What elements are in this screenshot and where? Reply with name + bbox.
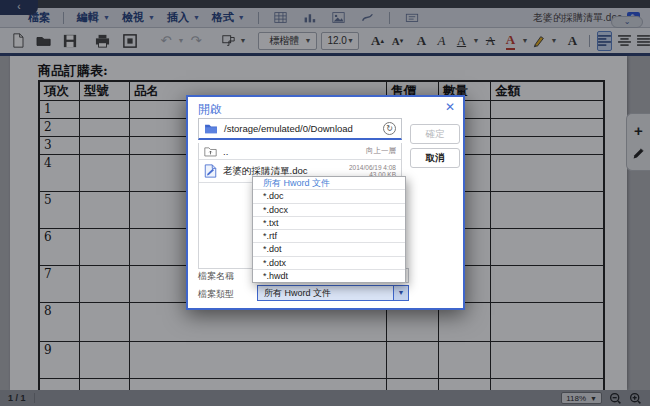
folder-icon [204, 123, 218, 134]
dropdown-option-txt[interactable]: *.txt [253, 217, 405, 230]
filetype-selected-value: 所有 Hword 文件 [258, 287, 393, 300]
parent-directory-label: .. [223, 146, 360, 157]
folder-up-icon [204, 146, 217, 157]
confirm-button[interactable]: 確定 [410, 124, 460, 144]
document-file-icon [204, 164, 217, 178]
filename-label: 檔案名稱 [198, 270, 234, 283]
filetype-dropdown: 所有 Hword 文件 *.doc *.docx *.txt *.rtf *.d… [252, 176, 406, 283]
dropdown-option-docx[interactable]: *.docx [253, 204, 405, 217]
recent-paths-icon[interactable]: ↻ [383, 122, 396, 135]
dropdown-option-dotx[interactable]: *.dotx [253, 257, 405, 270]
file-date: 2014/06/19 4:08 [349, 164, 396, 171]
filetype-select[interactable]: 所有 Hword 文件 ▼ [257, 285, 409, 301]
filetype-label: 檔案類型 [198, 288, 234, 301]
dropdown-option-hwdt[interactable]: *.hwdt [253, 270, 405, 283]
dropdown-option-dot[interactable]: *.dot [253, 243, 405, 256]
close-icon[interactable]: ✕ [445, 100, 455, 114]
app-window: { "titlebar": { "back_label": "‹", "docu… [0, 0, 650, 406]
path-field[interactable]: /storage/emulated/0/Download ↻ [198, 118, 402, 140]
up-one-level-hint: 向上一層 [366, 146, 396, 156]
dropdown-option-all[interactable]: 所有 Hword 文件 [253, 177, 405, 190]
chevron-down-icon: ▼ [393, 286, 408, 300]
dropdown-option-doc[interactable]: *.doc [253, 190, 405, 203]
current-path: /storage/emulated/0/Download [224, 123, 377, 134]
dropdown-option-rtf[interactable]: *.rtf [253, 230, 405, 243]
dialog-title: 開啟 [198, 101, 222, 118]
parent-directory-row[interactable]: .. 向上一層 [199, 143, 401, 160]
cancel-button[interactable]: 取消 [410, 148, 460, 168]
